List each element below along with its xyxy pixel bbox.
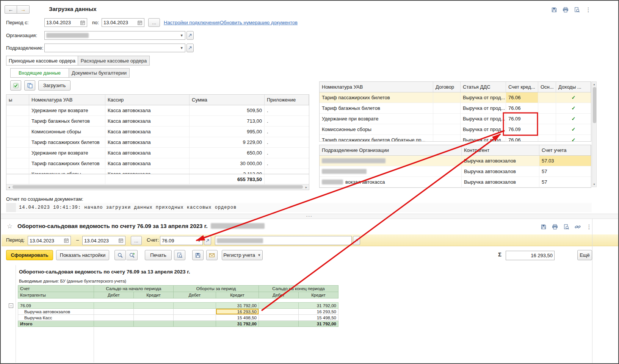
- chevron-down-icon[interactable]: ▾: [180, 33, 183, 38]
- account-open-button[interactable]: [204, 236, 211, 245]
- period-from-input[interactable]: 13.04.2023: [44, 18, 87, 27]
- horizontal-scrollbar[interactable]: ◄ ►: [6, 184, 309, 190]
- print-button[interactable]: [561, 6, 570, 14]
- contractor-row[interactable]: Выручка автовокзалов 16 293,50 16 293,50: [18, 309, 338, 315]
- cell-end-debit[interactable]: [259, 309, 299, 315]
- table-row[interactable]: Выручка автовокзалов 57.03: [320, 156, 591, 166]
- table-row[interactable]: Комиссионные сборы Выручка от прод... 76…: [320, 124, 591, 135]
- calendar-icon[interactable]: [118, 238, 124, 243]
- period-more-button[interactable]: ...: [131, 236, 142, 245]
- cell-credit-account[interactable]: 76.09: [506, 124, 538, 134]
- cell-credit-account[interactable]: 76.06: [506, 103, 538, 113]
- collapse-group-button[interactable]: −: [9, 303, 13, 308]
- cell-end-debit[interactable]: [259, 315, 299, 321]
- cell-account[interactable]: 57: [539, 166, 591, 177]
- cell-turnover-debit[interactable]: [174, 315, 216, 321]
- cell-income-checkbox[interactable]: ✓: [556, 92, 591, 103]
- generate-button[interactable]: Сформировать: [6, 250, 53, 260]
- print-button[interactable]: Печать: [145, 250, 172, 260]
- get-link-button[interactable]: [573, 223, 583, 231]
- cell-income-checkbox[interactable]: ✓: [556, 103, 591, 113]
- preview-button[interactable]: [561, 223, 571, 231]
- scrollbar-thumb[interactable]: [593, 87, 596, 123]
- report-organization-select[interactable]: [215, 236, 352, 245]
- table-row[interactable]: Удержание при возврате Касса автовокзала…: [6, 105, 309, 116]
- subtab-accounting-documents[interactable]: Документы бухгалтерии: [69, 68, 130, 78]
- cell-start-credit[interactable]: [134, 309, 174, 315]
- search-next-button[interactable]: [126, 250, 138, 260]
- print-preview-button[interactable]: [174, 250, 185, 260]
- scroll-down-arrow[interactable]: ▼: [592, 182, 596, 187]
- table-row[interactable]: вокзал автокасса Выручка автовокзалов 57: [320, 177, 591, 187]
- account-select[interactable]: 76.09 ▾: [160, 236, 203, 245]
- table-row[interactable]: Комиссионные сборы Касса автовокзала 995…: [6, 127, 309, 137]
- renumber-documents-link[interactable]: Обновить нумерацию документов: [220, 20, 298, 25]
- select-all-button[interactable]: [10, 80, 21, 91]
- copy-button[interactable]: [24, 80, 35, 91]
- scroll-left-arrow[interactable]: ◄: [6, 184, 12, 190]
- cell-end-credit[interactable]: 31 792,00: [299, 321, 338, 327]
- cell-start-credit[interactable]: [134, 303, 174, 309]
- cell-account[interactable]: 57.03: [539, 156, 591, 166]
- connection-settings-link[interactable]: Настройки подключения: [164, 20, 219, 25]
- more-actions-button[interactable]: Ещё: [577, 250, 592, 260]
- total-row[interactable]: Итого 31 792,00 31 792,00: [18, 321, 338, 327]
- autosum-field[interactable]: 16 293,50: [506, 251, 555, 260]
- save-button[interactable]: [549, 6, 559, 14]
- scroll-up-arrow[interactable]: ▲: [592, 82, 596, 87]
- table-row[interactable]: Тариф багажных билетов Касса автовокзала…: [6, 116, 309, 127]
- table-row-partial[interactable]: Тариф пассажирских билетов Обратные пр..…: [320, 135, 591, 141]
- organization-open-button[interactable]: [186, 31, 194, 40]
- show-settings-button[interactable]: Показать настройки: [56, 250, 109, 260]
- table-row[interactable]: Тариф пассажирских билетов Выручка от пр…: [320, 92, 591, 103]
- more-menu-button[interactable]: ⋮: [583, 6, 593, 14]
- table-row[interactable]: Удержание при возврате Выручка от прод..…: [320, 114, 591, 124]
- cell-start-debit[interactable]: [94, 315, 134, 321]
- cell-turnover-debit[interactable]: [174, 309, 216, 315]
- department-open-button[interactable]: [186, 44, 194, 52]
- more-menu-button[interactable]: ⋮: [584, 223, 594, 231]
- cell-total-label[interactable]: Итого: [18, 321, 94, 327]
- log-area[interactable]: 14.04.2023 10:41:39: начало загрузки дан…: [6, 203, 592, 212]
- cell-start-debit[interactable]: [94, 303, 134, 309]
- cell-start-debit[interactable]: [94, 309, 134, 315]
- send-email-button[interactable]: [206, 250, 218, 260]
- panel-splitter[interactable]: ···: [1, 214, 618, 219]
- calendar-icon[interactable]: [80, 20, 85, 25]
- cell-end-credit[interactable]: 16 293,50: [299, 309, 338, 315]
- table-row[interactable]: Тариф пассажирских билетов Касса автовок…: [6, 137, 309, 148]
- period-to-input[interactable]: 13.04.2023: [102, 18, 144, 27]
- cell-contractor[interactable]: Выручка Касс: [18, 315, 94, 321]
- table-row-partial[interactable]: Комиссионные сборы Касса автовокзала 2 1…: [6, 169, 309, 174]
- calendar-icon[interactable]: [64, 238, 69, 243]
- forward-button[interactable]: →: [17, 5, 30, 14]
- cell-start-credit[interactable]: [134, 315, 174, 321]
- tab-incoming-cash-orders[interactable]: Приходные кассовые ордера: [6, 56, 78, 66]
- organization-select[interactable]: ▾: [44, 31, 185, 40]
- accounting-register-dropdown[interactable]: Регистр учета ▾: [222, 250, 263, 260]
- favorite-star-button[interactable]: ☆: [7, 222, 13, 230]
- back-button[interactable]: ←: [5, 5, 17, 14]
- account-group-row[interactable]: 76.09 31 792,00 31 792,00: [18, 302, 338, 309]
- cell-turnover-credit-selected[interactable]: 16 293,50: [216, 309, 259, 315]
- cell-credit-account[interactable]: 76.09: [506, 114, 538, 124]
- table-row[interactable]: Тариф пассажирских билетов Касса автовок…: [6, 158, 309, 169]
- cell-turnover-credit[interactable]: 31 792,00: [216, 303, 259, 309]
- cell-income-checkbox[interactable]: ✓: [556, 135, 591, 141]
- contractor-row[interactable]: Выручка Касс 15 498,50 15 498,50: [18, 315, 338, 321]
- cell-turnover-debit[interactable]: [174, 303, 216, 309]
- cell-end-credit[interactable]: 15 498,50: [299, 315, 338, 321]
- cell-turnover-credit[interactable]: 15 498,50: [216, 315, 259, 321]
- cell-contractor[interactable]: Выручка автовокзалов: [18, 309, 94, 315]
- organization-open-button[interactable]: [353, 236, 360, 245]
- cell-turnover-debit[interactable]: [174, 321, 216, 327]
- cell-account[interactable]: 57: [539, 177, 591, 187]
- department-select[interactable]: ▾: [44, 44, 185, 52]
- cell-income-checkbox[interactable]: ✓: [556, 124, 591, 134]
- table-row[interactable]: Удержание при возврате Касса автовокзала…: [6, 148, 309, 158]
- cell-credit-account[interactable]: 76.06: [506, 135, 538, 141]
- cell-credit-account[interactable]: 76.06: [506, 92, 538, 103]
- cell-end-debit[interactable]: [259, 303, 299, 309]
- calendar-icon[interactable]: [137, 20, 143, 25]
- table-row[interactable]: Тариф багажных билетов Выручка от прод..…: [320, 103, 591, 114]
